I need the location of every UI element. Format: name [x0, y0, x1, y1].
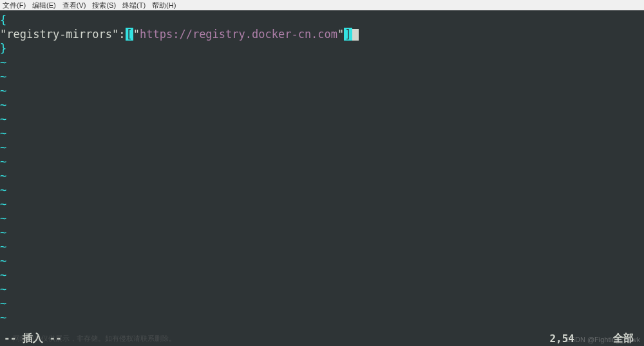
json-quote: " — [0, 28, 6, 41]
menubar: 文件(F) 编辑(E) 查看(V) 搜索(S) 终端(T) 帮助(H) — [0, 0, 644, 10]
empty-line: ~ — [0, 268, 644, 282]
empty-line: ~ — [0, 98, 644, 112]
empty-line: ~ — [0, 84, 644, 98]
code-line-3: } — [0, 41, 644, 55]
watermark-csdn: CSDN @Fighting_hawk — [565, 336, 640, 343]
cursor — [352, 29, 359, 41]
empty-line: ~ — [0, 155, 644, 169]
empty-line: ~ — [0, 183, 644, 197]
brace-close: } — [0, 42, 6, 55]
menu-view[interactable]: 查看(V) — [62, 1, 86, 10]
empty-line: ~ — [0, 226, 644, 240]
menu-help[interactable]: 帮助(H) — [152, 1, 176, 10]
editor-area[interactable]: { "registry-mirrors":["https://registry.… — [0, 10, 644, 331]
bracket-close: ] — [344, 28, 352, 41]
empty-line: ~ — [0, 126, 644, 140]
json-quote: " — [337, 28, 344, 41]
empty-line: ~ — [0, 296, 644, 311]
json-colon: : — [118, 28, 125, 41]
code-line-1: { — [0, 13, 644, 27]
bracket-open: [ — [126, 28, 133, 41]
empty-line: ~ — [0, 282, 644, 296]
json-quote: " — [133, 28, 140, 41]
watermark-disclaimer: 网络图片仅供展示，非存储。如有侵权请联系删除。 — [13, 334, 176, 343]
empty-line: ~ — [0, 70, 644, 84]
empty-line: ~ — [0, 311, 644, 325]
empty-line: ~ — [0, 55, 644, 70]
json-key: registry-mirrors — [6, 28, 112, 41]
menu-terminal[interactable]: 终端(T) — [122, 1, 146, 10]
menu-edit[interactable]: 编辑(E) — [32, 1, 56, 10]
empty-line: ~ — [0, 211, 644, 226]
code-line-2: "registry-mirrors":["https://registry.do… — [0, 27, 644, 41]
brace-open: { — [0, 14, 6, 26]
empty-line: ~ — [0, 140, 644, 155]
json-url: https://registry.docker-cn.com — [140, 28, 337, 41]
empty-line: ~ — [0, 169, 644, 183]
empty-line: ~ — [0, 240, 644, 254]
menu-file[interactable]: 文件(F) — [3, 1, 26, 10]
empty-line: ~ — [0, 197, 644, 211]
empty-line: ~ — [0, 254, 644, 268]
empty-line: ~ — [0, 112, 644, 126]
json-quote: " — [112, 28, 118, 41]
menu-search[interactable]: 搜索(S) — [92, 1, 116, 10]
